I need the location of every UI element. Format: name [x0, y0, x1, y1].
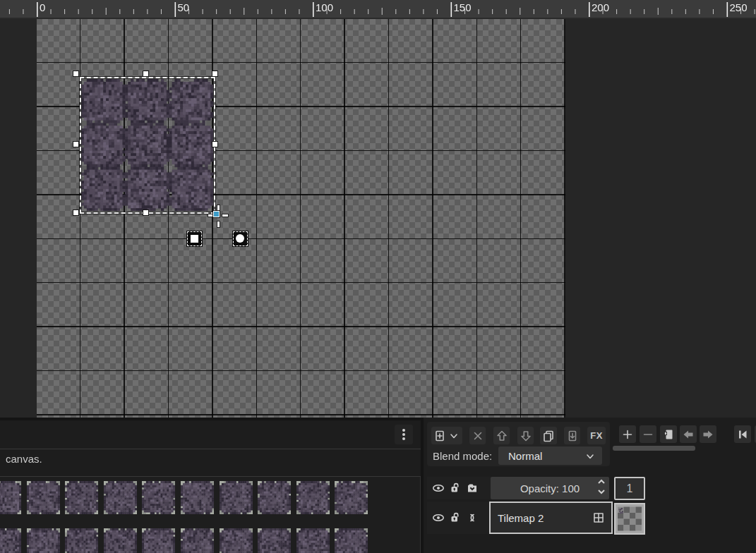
arrow-right-icon	[702, 428, 714, 441]
palette-tile[interactable]	[104, 481, 137, 514]
rect-select-gizmo[interactable]	[186, 231, 203, 247]
palette-tile[interactable]	[220, 528, 253, 553]
frame-number: 1	[627, 482, 633, 495]
ruler-label-0: 0	[40, 2, 45, 13]
layer-row-buttons	[427, 502, 489, 534]
page-copy-icon	[662, 428, 675, 441]
selection-handle-bottom-center[interactable]	[143, 209, 149, 216]
palette-tile[interactable]	[296, 481, 330, 514]
ruler-label-100: 100	[316, 2, 333, 13]
frame-toolbar	[424, 418, 756, 446]
clone-frame-button[interactable]	[660, 425, 677, 443]
selection-handle-top-center[interactable]	[143, 71, 149, 77]
cel-thumbnail[interactable]	[614, 503, 645, 535]
plus-icon	[621, 428, 634, 441]
move-cursor	[222, 214, 229, 217]
square-icon	[191, 235, 198, 243]
ruler-label-50: 50	[178, 2, 190, 13]
group-expand-icon[interactable]	[466, 482, 479, 494]
ruler-label-250: 250	[730, 2, 748, 13]
tiles-panel-header	[0, 420, 421, 449]
palette-tile[interactable]	[65, 528, 98, 553]
lock-open-icon[interactable]	[449, 511, 462, 524]
palette-tile[interactable]	[220, 481, 253, 514]
selection-handle-top-right[interactable]	[212, 71, 218, 77]
selection-marching-ants	[80, 77, 215, 214]
palette-tile[interactable]	[335, 481, 368, 514]
move-frame-left-button[interactable]	[680, 425, 697, 443]
eye-icon[interactable]	[432, 511, 445, 524]
opacity-value: Opacity: 100	[520, 482, 580, 494]
selection-handle-bottom-right[interactable]	[213, 211, 220, 217]
opacity-spinbox[interactable]: Opacity: 100	[491, 477, 609, 499]
layer-row-buttons	[427, 477, 491, 499]
palette-tile[interactable]	[335, 528, 368, 553]
unlink-cels-icon[interactable]	[466, 511, 479, 524]
minus-icon	[642, 428, 654, 441]
spinner-arrows-icon[interactable]	[596, 478, 608, 499]
kebab-menu-icon[interactable]	[395, 425, 413, 444]
blend-mode-label: Blend mode:	[433, 450, 492, 462]
add-frame-button[interactable]	[619, 425, 636, 443]
tilemap-grid-icon	[592, 511, 605, 524]
selection-handle-middle-left[interactable]	[73, 141, 79, 147]
eye-icon[interactable]	[432, 482, 445, 494]
layer-name: Tilemap 2	[498, 512, 544, 524]
palette-tile[interactable]	[0, 528, 21, 553]
tiles-panel: canvas.	[0, 420, 421, 553]
tiles-hint-text: canvas.	[6, 453, 42, 465]
selection-handle-bottom-left[interactable]	[73, 209, 79, 216]
palette-tile[interactable]	[104, 528, 137, 553]
skip-first-icon	[736, 428, 749, 441]
tile-palette-grid	[0, 477, 421, 553]
chevron-down-icon	[584, 450, 596, 463]
palette-tile[interactable]	[258, 528, 291, 553]
move-frame-right-button[interactable]	[700, 425, 716, 443]
timeline-panel: FX Blend mode: Normal Opacity: 100 Tilem…	[424, 418, 756, 553]
selection-handle-middle-right[interactable]	[212, 141, 218, 147]
ellipse-select-gizmo[interactable]	[232, 231, 248, 247]
arrow-left-icon	[682, 428, 695, 441]
lock-open-icon[interactable]	[449, 482, 462, 494]
selection-handle-top-left[interactable]	[73, 71, 79, 77]
move-cursor	[217, 221, 220, 228]
palette-tile[interactable]	[27, 528, 60, 553]
palette-tile[interactable]	[296, 528, 330, 553]
horizontal-ruler: 050100150200250	[0, 0, 756, 20]
blend-mode-value: Normal	[508, 450, 542, 462]
ruler-label-200: 200	[592, 2, 609, 13]
palette-tile[interactable]	[142, 481, 175, 514]
frame-1-button[interactable]: 1	[614, 477, 645, 500]
go-to-first-frame-button[interactable]	[734, 425, 751, 443]
circle-icon	[236, 234, 244, 243]
palette-tile[interactable]	[142, 528, 175, 553]
palette-tile[interactable]	[65, 481, 98, 514]
palette-tile[interactable]	[181, 528, 214, 553]
remove-frame-button[interactable]	[640, 425, 656, 443]
blend-mode-dropdown[interactable]: Normal	[498, 446, 602, 465]
palette-tile[interactable]	[258, 481, 291, 514]
palette-tile[interactable]	[181, 481, 214, 514]
frame-scrollbar[interactable]	[613, 446, 695, 451]
ruler-label-150: 150	[454, 2, 472, 13]
palette-tile[interactable]	[27, 481, 60, 514]
layer-name-field[interactable]: Tilemap 2	[489, 502, 613, 534]
palette-tile[interactable]	[0, 481, 21, 514]
